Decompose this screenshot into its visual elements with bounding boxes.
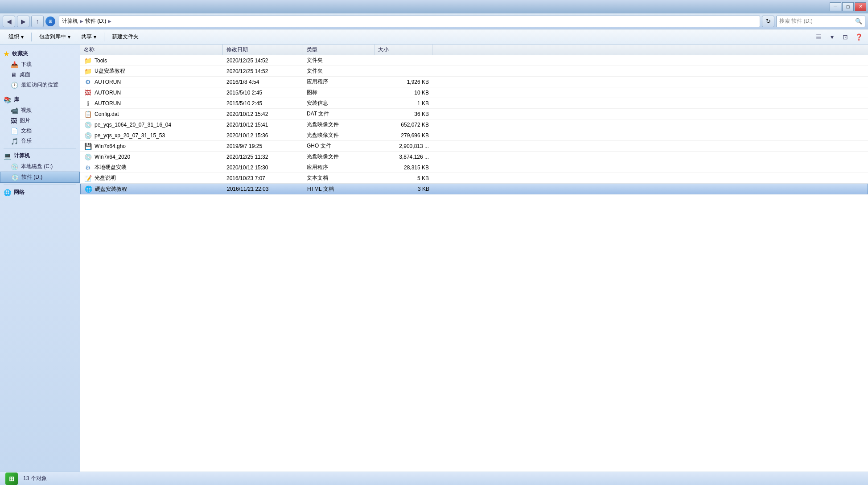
help-button[interactable]: ❓ [853,31,864,43]
computer-header[interactable]: 💻 计算机 [0,150,80,161]
file-name-cell: 📁 Tools [80,57,223,65]
file-icon-iso: 💿 [84,153,92,161]
new-folder-button[interactable]: 新建文件夹 [107,31,144,43]
column-header-date[interactable]: 修改日期 [223,45,303,55]
file-name-label: 本地硬盘安装 [95,164,127,171]
file-date-cell: 2020/12/25 14:52 [223,68,303,74]
documents-icon: 📄 [11,127,18,135]
file-name-label: Win7x64_2020 [95,154,130,160]
organize-button[interactable]: 组织 ▾ [4,31,29,43]
column-header-name[interactable]: 名称 [80,45,223,55]
sidebar-item-drive-d[interactable]: 💿 软件 (D:) [0,172,80,183]
toolbar: 组织 ▾ 包含到库中 ▾ 共享 ▾ 新建文件夹 ☰ ▾ ⊡ ❓ [0,29,868,45]
maximize-button[interactable]: □ [842,2,854,11]
breadcrumb-software[interactable]: 软件 (D:) [85,17,106,25]
close-button[interactable]: ✕ [855,2,866,11]
sidebar-item-drive-d-label: 软件 (D:) [21,173,42,181]
sidebar-item-desktop[interactable]: 🖥 桌面 [0,70,80,80]
search-icon[interactable]: 🔍 [855,18,862,25]
file-size-cell: 1,926 KB [374,79,432,85]
file-type-cell: 文本文档 [303,174,374,182]
file-name-label: pe_yqs_1064_20_07_31_16_04 [95,122,171,128]
breadcrumb-computer[interactable]: 计算机 [62,17,78,25]
table-row[interactable]: 💿 pe_yqs_1064_20_07_31_16_04 2020/10/12 … [80,119,868,130]
table-row[interactable]: 🖼 AUTORUN 2015/5/10 2:45 图标 10 KB [80,87,868,98]
favorites-star-icon: ★ [4,50,9,58]
music-icon: 🎵 [11,138,18,145]
nav-logo-icon: ⊞ [45,16,55,26]
sidebar-item-music[interactable]: 🎵 音乐 [0,136,80,146]
table-row[interactable]: 📁 Tools 2020/12/25 14:52 文件夹 [80,55,868,66]
table-row[interactable]: 🌐 硬盘安装教程 2016/11/21 22:03 HTML 文档 3 KB [80,184,868,194]
library-header[interactable]: 📚 库 [0,94,80,105]
include-library-dropdown-icon: ▾ [68,34,70,40]
new-folder-label: 新建文件夹 [112,33,139,41]
drive-c-icon: 💿 [11,163,18,170]
sidebar-item-recent[interactable]: 🕐 最近访问的位置 [0,80,80,90]
include-library-button[interactable]: 包含到库中 ▾ [34,31,75,43]
file-name-label: U盘安装教程 [95,67,125,75]
back-button[interactable]: ◀ [3,16,15,27]
file-name-cell: 📁 U盘安装教程 [80,67,223,75]
search-box[interactable]: 搜索 软件 (D:) 🔍 [776,16,865,27]
sidebar-item-drive-c-label: 本地磁盘 (C:) [21,163,53,170]
file-type-cell: 文件夹 [303,57,374,64]
file-rows-container: 📁 Tools 2020/12/25 14:52 文件夹 📁 U盘安装教程 20… [80,55,868,194]
file-icon-app: ⚙ [84,164,92,172]
network-icon: 🌐 [4,189,11,196]
sidebar-item-pictures[interactable]: 🖼 图片 [0,115,80,126]
file-icon-html: 🌐 [84,185,92,193]
sidebar-item-download[interactable]: 📥 下载 [0,59,80,70]
sidebar-item-drive-c[interactable]: 💿 本地磁盘 (C:) [0,161,80,172]
table-row[interactable]: 💾 Win7x64.gho 2019/9/7 19:25 GHO 文件 2,90… [80,141,868,152]
file-type-cell: 应用程序 [303,78,374,86]
file-date-cell: 2019/9/7 19:25 [223,143,303,149]
table-row[interactable]: 💿 Win7x64_2020 2020/12/25 11:32 光盘映像文件 3… [80,152,868,162]
file-type-cell: 文件夹 [303,67,374,75]
recent-icon: 🕐 [11,82,18,89]
table-row[interactable]: ⚙ 本地硬盘安装 2020/10/12 15:30 应用程序 28,315 KB [80,162,868,173]
breadcrumb-arrow-1: ▶ [80,19,83,24]
preview-pane-button[interactable]: ⊡ [839,31,851,43]
column-header-size[interactable]: 大小 [374,45,432,55]
sidebar-divider-3 [4,185,76,185]
table-row[interactable]: 💿 pe_yqs_xp_20_07_31_15_53 2020/10/12 15… [80,130,868,141]
column-header-type[interactable]: 类型 [303,45,374,55]
file-name-label: 光盘说明 [95,174,116,182]
file-type-cell: 应用程序 [303,164,374,171]
favorites-header[interactable]: ★ 收藏夹 [0,48,80,59]
breadcrumb[interactable]: 计算机 ▶ 软件 (D:) ▶ [59,16,760,27]
table-row[interactable]: ℹ AUTORUN 2015/5/10 2:45 安装信息 1 KB [80,98,868,109]
table-row[interactable]: 📋 Config.dat 2020/10/12 15:42 DAT 文件 36 … [80,109,868,119]
file-name-cell: 💿 pe_yqs_1064_20_07_31_16_04 [80,121,223,129]
desktop-icon: 🖥 [11,71,17,78]
file-type-cell: 光盘映像文件 [303,132,374,139]
minimize-button[interactable]: ─ [830,2,841,11]
network-header[interactable]: 🌐 网络 [0,187,80,198]
sidebar-item-video[interactable]: 📹 视频 [0,105,80,115]
file-name-cell: 💾 Win7x64.gho [80,142,223,150]
file-date-cell: 2016/1/8 4:54 [223,79,303,85]
file-size-cell: 10 KB [374,90,432,96]
forward-button[interactable]: ▶ [17,16,29,27]
view-toggle-button[interactable]: ☰ [813,31,824,43]
file-name-cell: 📋 Config.dat [80,110,223,118]
share-button[interactable]: 共享 ▾ [76,31,101,43]
sidebar-item-documents[interactable]: 📄 文档 [0,126,80,136]
table-row[interactable]: 📝 光盘说明 2016/10/23 7:07 文本文档 5 KB [80,173,868,184]
file-size-cell: 3,874,126 ... [374,154,432,160]
search-placeholder: 搜索 软件 (D:) [779,17,813,25]
table-row[interactable]: ⚙ AUTORUN 2016/1/8 4:54 应用程序 1,926 KB [80,77,868,87]
file-size-cell: 28,315 KB [374,164,432,171]
table-row[interactable]: 📁 U盘安装教程 2020/12/25 14:52 文件夹 [80,66,868,77]
file-name-cell: 🌐 硬盘安装教程 [81,185,223,193]
view-dropdown-button[interactable]: ▾ [826,31,838,43]
favorites-section: ★ 收藏夹 📥 下载 🖥 桌面 🕐 最近访问的位置 [0,48,80,90]
refresh-button[interactable]: ↻ [762,16,774,27]
up-button[interactable]: ↑ [31,16,44,27]
organize-label: 组织 [8,33,19,41]
sidebar-item-video-label: 视频 [21,107,32,114]
share-label: 共享 [81,33,92,41]
file-date-cell: 2016/10/23 7:07 [223,175,303,181]
file-icon-iso: 💿 [84,132,92,140]
